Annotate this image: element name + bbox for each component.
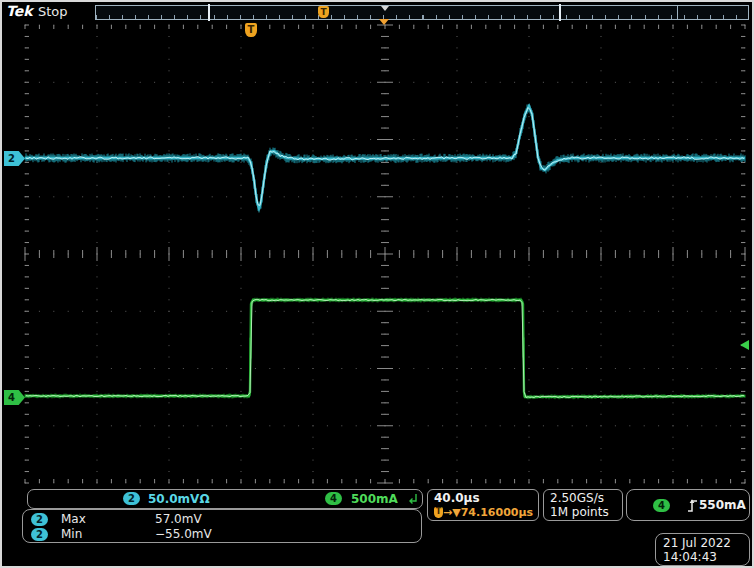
meas1-channel-badge: 2 bbox=[31, 513, 48, 526]
date-text: 21 Jul 2022 bbox=[663, 536, 742, 550]
record-divider bbox=[677, 6, 678, 19]
ch2-coupling: Ω bbox=[199, 492, 209, 506]
record-view-bar: T bbox=[95, 5, 749, 20]
trigger-source-badge: 4 bbox=[653, 499, 670, 512]
trigger-level: 550mA bbox=[699, 498, 746, 512]
delay-trigger-icon: T bbox=[434, 507, 443, 518]
trigger-delay-readout: T →▼ 74.16000µs bbox=[434, 505, 532, 519]
samplerate-box[interactable]: 2.50GS/s 1M points bbox=[543, 489, 623, 521]
measurement-row: 2 Max 57.0mV bbox=[23, 512, 421, 527]
time-text: 14:04:43 bbox=[663, 550, 742, 564]
meas2-value: −55.0mV bbox=[155, 527, 212, 541]
ch4-arrow-icon bbox=[408, 493, 419, 506]
datetime-box: 21 Jul 2022 14:04:43 bbox=[655, 533, 750, 566]
scope-svg bbox=[2, 2, 754, 568]
trigger-level-arrow-icon bbox=[740, 340, 749, 350]
channel-readout-bar[interactable]: 2 50.0mVΩ 4 500mA bbox=[27, 489, 423, 509]
ch4-readout-badge[interactable]: 4 bbox=[325, 492, 342, 505]
meas2-channel-badge: 2 bbox=[31, 528, 48, 541]
delay-value: 74.16000µs bbox=[461, 506, 533, 519]
record-trigger-icon: T bbox=[318, 6, 329, 18]
record-window-right-bracket bbox=[559, 4, 561, 21]
meas1-name: Max bbox=[61, 512, 86, 526]
delay-arrows: →▼ bbox=[443, 506, 461, 519]
expansion-marker-icon bbox=[379, 19, 389, 25]
measurement-row: 2 Min −55.0mV bbox=[23, 527, 421, 542]
measurement-box[interactable]: 2 Max 57.0mV 2 Min −55.0mV bbox=[22, 509, 422, 543]
ch2-scale: 50.0mVΩ bbox=[148, 492, 210, 506]
expansion-point-icon bbox=[381, 6, 389, 11]
graticule-trigger-icon: T bbox=[245, 23, 257, 37]
trigger-box[interactable]: 4 550mA bbox=[626, 489, 750, 521]
meas1-value: 57.0mV bbox=[155, 512, 202, 526]
rising-edge-icon bbox=[686, 498, 699, 513]
oscilloscope-screen: Tek Stop T T 2 4 2 50.0mVΩ 4 500mA 2 Max… bbox=[0, 0, 754, 568]
record-length: 1M points bbox=[550, 505, 616, 519]
tek-logo: Tek bbox=[6, 3, 33, 19]
sample-rate: 2.50GS/s bbox=[550, 491, 616, 505]
timebase-scale: 40.0µs bbox=[434, 491, 532, 505]
acq-status: Stop bbox=[38, 4, 68, 19]
record-window-left-bracket bbox=[208, 4, 210, 21]
timebase-box[interactable]: 40.0µs T →▼ 74.16000µs bbox=[427, 489, 539, 521]
ch2-readout-badge[interactable]: 2 bbox=[123, 492, 140, 505]
meas2-name: Min bbox=[61, 527, 82, 541]
ch4-scale: 500mA bbox=[351, 492, 398, 506]
record-ticks bbox=[96, 15, 748, 19]
